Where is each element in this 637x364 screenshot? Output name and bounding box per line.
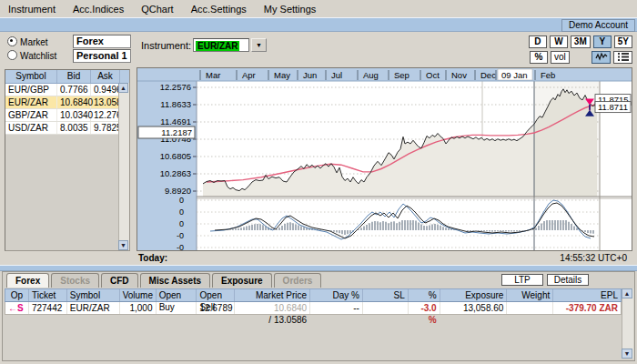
col-exposure[interactable]: Exposure (440, 289, 508, 301)
watchlist-select[interactable]: Personal 1 (73, 49, 131, 63)
menu-bar: Instrument Acc.Indices QChart Acc.Settin… (0, 0, 637, 17)
market-radio-label: Market (20, 37, 48, 47)
col-op[interactable]: Op (5, 289, 29, 301)
trading-app-window: { "menu": {"items": ["Instrument", "Acc.… (0, 0, 637, 364)
quote-ask: 9.7825 (91, 122, 120, 134)
scroll-up-icon[interactable]: ▲ (118, 83, 128, 93)
market-radio-dot[interactable] (7, 36, 17, 46)
quote-bid: 0.7766 (57, 84, 91, 96)
tab-exposure[interactable]: Exposure (212, 273, 272, 288)
vol-button[interactable]: vol (551, 51, 570, 64)
svg-text:12.2576: 12.2576 (160, 82, 191, 92)
watchlist-radio[interactable]: Watchlist (7, 50, 56, 61)
demo-account-label: Demo Account (561, 19, 635, 32)
market-select[interactable]: Forex (73, 35, 131, 48)
quotes-header-bid[interactable]: Bid (57, 70, 91, 83)
range-d-button[interactable]: D (529, 35, 547, 48)
range-y-button[interactable]: Y (593, 35, 612, 48)
col-volume[interactable]: Volume (120, 289, 157, 301)
range-w-button[interactable]: W (550, 35, 568, 48)
col-market-price[interactable]: Market Price (235, 289, 310, 301)
quotes-header-ask[interactable]: Ask (91, 70, 120, 83)
quote-row-gbpzar[interactable]: GBP/ZAR 10.0340 12.2769 (5, 109, 129, 122)
svg-text:11.8633: 11.8633 (160, 99, 191, 109)
watchlist-radio-label: Watchlist (20, 51, 56, 61)
svg-text:11.8711: 11.8711 (598, 102, 628, 112)
account-strip: Demo Account (0, 17, 637, 32)
percent-button[interactable]: % (530, 51, 548, 64)
tab-misc-assets[interactable]: Misc Assets (140, 273, 210, 288)
market-radio[interactable]: Market (7, 36, 48, 47)
col-sl[interactable]: SL (363, 289, 409, 301)
tab-orders[interactable]: Orders (274, 273, 322, 288)
quotes-scrollbar[interactable]: ▲ ▼ (118, 83, 129, 250)
quote-list-icon[interactable] (613, 51, 632, 64)
panel-separator[interactable] (0, 265, 637, 271)
chart-canvas[interactable]: MarAprMayJunJulAugSepOctNovDec09 JanFeb1… (137, 68, 632, 250)
tab-forex[interactable]: Forex (6, 273, 49, 288)
line-chart-icon[interactable] (592, 51, 611, 64)
tab-stocks[interactable]: Stocks (51, 273, 99, 288)
svg-text:Feb: Feb (541, 70, 555, 80)
scroll-down-icon[interactable]: ▼ (118, 240, 128, 250)
col-day-pct[interactable]: Day % (310, 289, 363, 301)
scroll-down-icon[interactable]: ▼ (622, 349, 632, 359)
menu-qchart[interactable]: QChart (141, 4, 173, 15)
tab-cfd[interactable]: CFD (101, 273, 138, 288)
quotes-table: Symbol Bid Ask EUR/GBP 0.7766 0.9496 EUR… (5, 69, 130, 251)
quote-row-eurzar[interactable]: EUR/ZAR 10.6840 13.0586 (5, 96, 129, 109)
quote-row-eurgbp[interactable]: EUR/GBP 0.7766 0.9496 (5, 84, 129, 96)
quotes-header-symbol[interactable]: Symbol (5, 70, 57, 83)
quote-bid: 8.0035 (57, 122, 91, 134)
quotes-header: Symbol Bid Ask (5, 70, 129, 84)
details-button[interactable]: Details (547, 274, 589, 286)
menu-instrument[interactable]: Instrument (8, 4, 56, 15)
cell-ticket: 727442 (29, 302, 67, 314)
svg-text:0: 0 (179, 196, 184, 205)
col-open-buy[interactable]: Open Buy (157, 289, 197, 301)
cell-market-price: 10.6840 / 13.0586 (235, 302, 310, 314)
svg-text:Apr: Apr (242, 70, 256, 80)
instrument-dropdown-icon[interactable]: ▼ (251, 38, 267, 52)
quote-ask: 12.2769 (91, 109, 120, 121)
ltp-button[interactable]: LTP (501, 274, 543, 286)
market-sep: / (267, 315, 274, 325)
range-5y-button[interactable]: 5Y (614, 35, 632, 48)
mode-buttons: % vol (530, 51, 570, 64)
svg-text:-0: -0 (177, 231, 184, 240)
positions-header: Op Ticket Symbol Volume Open Buy Open Se… (5, 288, 622, 302)
price-axis-marker: 11.2187 (138, 126, 195, 138)
cell-volume: 1,000 (120, 302, 157, 314)
col-weight[interactable]: Weight (507, 289, 553, 301)
menu-my-settings[interactable]: My Settings (264, 4, 316, 15)
cell-symbol: EUR/ZAR (67, 302, 120, 314)
cell-open-sell: 12.6789 (197, 302, 235, 314)
month-axis: MarAprMayJunJulAugSepOctNovDec09 JanFeb (200, 69, 555, 80)
scroll-up-icon[interactable]: ▲ (622, 288, 632, 298)
menu-acc-settings[interactable]: Acc.Settings (191, 4, 247, 15)
col-ticket[interactable]: Ticket (29, 289, 67, 301)
market-ask: 13.0586 (274, 315, 307, 325)
price-chart[interactable]: MarAprMayJunJulAugSepOctNovDec09 JanFeb1… (136, 67, 632, 251)
watchlist-radio-dot[interactable] (7, 50, 17, 60)
range-3m-button[interactable]: 3M (571, 35, 591, 48)
instrument-combo-value: EUR/ZAR (196, 41, 239, 51)
positions-scrollbar[interactable]: ▲ ▼ (622, 288, 633, 359)
col-open-sell[interactable]: Open Sell (197, 289, 235, 301)
quote-symbol: USD/ZAR (5, 122, 57, 134)
instrument-combo[interactable]: EUR/ZAR (193, 38, 249, 52)
svg-text:Dec: Dec (480, 70, 496, 80)
svg-text:May: May (274, 70, 290, 80)
menu-acc-indices[interactable]: Acc.Indices (73, 4, 124, 15)
svg-text:9.8920: 9.8920 (165, 186, 191, 196)
quote-row-usdzar[interactable]: USD/ZAR 8.0035 9.7825 (5, 122, 129, 135)
col-epl[interactable]: EPL (553, 289, 621, 301)
col-pct[interactable]: % (409, 289, 440, 301)
svg-text:Jun: Jun (303, 70, 317, 80)
col-symbol[interactable]: Symbol (67, 289, 120, 301)
svg-text:11.4691: 11.4691 (160, 116, 191, 126)
quote-symbol: EUR/ZAR (5, 96, 57, 108)
positions-table: Op Ticket Symbol Volume Open Buy Open Se… (5, 288, 622, 315)
cell-pct: -3.0 % (409, 302, 440, 314)
position-row[interactable]: ←S 727442 EUR/ZAR 1,000 12.6789 10.6840 … (5, 302, 622, 315)
